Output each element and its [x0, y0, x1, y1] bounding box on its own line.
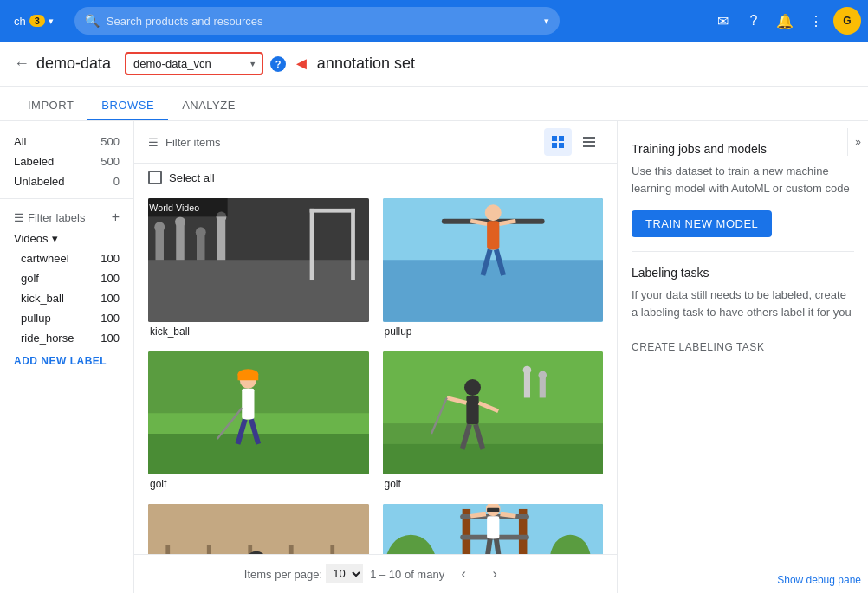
more-options-icon[interactable]: ⋮ — [802, 7, 830, 35]
grid-view-button[interactable] — [544, 128, 572, 156]
label-item-pullup[interactable]: pullup 100 — [0, 308, 133, 328]
svg-rect-9 — [155, 229, 164, 261]
item-label-2: pullup — [383, 326, 604, 338]
grid-item-3[interactable]: golf — [141, 345, 376, 498]
thumb-container-5 — [148, 504, 369, 554]
svg-rect-1 — [559, 136, 564, 141]
svg-rect-4 — [583, 137, 595, 139]
thumbnail-2 — [383, 198, 604, 322]
sidebar-item-all[interactable]: All 500 — [0, 132, 133, 151]
annotation-set-label: annotation set — [317, 55, 415, 73]
tab-browse[interactable]: BROWSE — [87, 92, 168, 120]
red-arrow-icon: ◄ — [293, 54, 310, 74]
search-bar[interactable]: 🔍 ▾ — [74, 7, 560, 35]
show-debug-link[interactable]: Show debug pane — [777, 574, 861, 586]
search-icon: 🔍 — [85, 14, 100, 28]
svg-line-80 — [500, 514, 515, 516]
items-per-page-label: Items per page: — [244, 568, 322, 581]
select-all-label[interactable]: Select all — [169, 171, 215, 184]
svg-point-14 — [196, 227, 206, 237]
svg-rect-18 — [351, 209, 355, 280]
label-name: cartwheel — [21, 252, 69, 265]
svg-rect-3 — [559, 143, 564, 148]
thumb-container-1: World Video — [148, 198, 369, 322]
thumb-container-6 — [383, 504, 604, 554]
label-count: 100 — [100, 252, 120, 265]
avatar[interactable]: G — [833, 7, 861, 35]
next-page-button[interactable]: › — [483, 562, 507, 586]
app-title: ch — [14, 15, 26, 28]
item-label-3: golf — [148, 478, 369, 490]
svg-rect-84 — [487, 508, 499, 512]
filter-labels-row[interactable]: ☰ Filter labels + — [0, 206, 133, 229]
tabs-bar: IMPORT BROWSE ANALYZE — [0, 87, 868, 121]
svg-rect-49 — [466, 396, 478, 424]
svg-rect-23 — [383, 260, 604, 321]
svg-rect-26 — [487, 221, 499, 249]
label-item-ride-horse[interactable]: ride_horse 100 — [0, 328, 133, 348]
label-count: 100 — [100, 272, 120, 285]
prev-page-button[interactable]: ‹ — [451, 562, 476, 586]
sidebar-item-labeled[interactable]: Labeled 500 — [0, 151, 133, 171]
label-item-golf[interactable]: golf 100 — [0, 268, 133, 288]
create-labeling-task-button[interactable]: CREATE LABELING TASK — [632, 334, 764, 360]
pagination: Items per page: 10 1 – 10 of many ‹ › — [134, 554, 617, 593]
list-view-button[interactable] — [575, 128, 603, 156]
videos-section[interactable]: Videos ▾ — [0, 229, 133, 248]
select-all-checkbox[interactable] — [148, 171, 162, 184]
grid-item-2[interactable]: pullup — [376, 191, 611, 345]
filter-button[interactable]: ☰ — [148, 136, 159, 149]
tab-analyze[interactable]: ANALYZE — [168, 92, 249, 120]
grid-item-6[interactable]: pullup — [376, 497, 611, 554]
grid-item-1[interactable]: World Video kick_ball — [141, 191, 376, 345]
label-item-kick-ball[interactable]: kick_ball 100 — [0, 288, 133, 308]
svg-point-47 — [538, 371, 547, 379]
all-label: All — [14, 135, 26, 148]
help-icon[interactable]: ? — [740, 7, 768, 35]
svg-rect-44 — [523, 371, 529, 397]
notifications-icon[interactable]: 🔔 — [771, 7, 799, 35]
sidebar-item-unlabeled[interactable]: Unlabeled 0 — [0, 171, 133, 191]
email-icon[interactable]: ✉ — [709, 7, 736, 35]
back-button[interactable]: ← — [14, 55, 29, 73]
annotation-set-selector[interactable]: demo-data_vcn — [125, 52, 263, 75]
nav-icons: ✉ ? 🔔 ⋮ G — [709, 7, 861, 35]
svg-rect-46 — [539, 377, 545, 397]
svg-rect-13 — [197, 235, 205, 261]
svg-rect-6 — [583, 145, 595, 147]
add-new-label-button[interactable]: ADD NEW LABEL — [0, 348, 133, 374]
annotation-help-icon[interactable]: ? — [270, 56, 286, 72]
svg-rect-58 — [165, 545, 170, 554]
annotation-set-select[interactable]: demo-data_vcn — [125, 52, 263, 75]
search-input[interactable] — [107, 15, 537, 28]
app-name[interactable]: ch 3 ▾ — [7, 15, 61, 28]
panel-toggle-button[interactable]: » — [847, 128, 868, 156]
sidebar: All 500 Labeled 500 Unlabeled 0 ☰ Filter… — [0, 121, 134, 593]
grid-item-5[interactable]: ride_horse — [141, 497, 376, 554]
thumb-container-2 — [383, 198, 604, 322]
labeling-title: Labeling tasks — [632, 266, 854, 280]
app-chevron[interactable]: ▾ — [49, 16, 54, 27]
thumbnail-1: World Video — [148, 198, 369, 322]
top-navigation: ch 3 ▾ 🔍 ▾ ✉ ? 🔔 ⋮ G — [0, 0, 868, 42]
grid-item-4[interactable]: golf — [376, 345, 611, 498]
svg-rect-62 — [330, 545, 334, 554]
svg-point-10 — [154, 222, 165, 232]
label-item-cartwheel[interactable]: cartwheel 100 — [0, 248, 133, 268]
videos-chevron: ▾ — [52, 232, 58, 245]
filter-items-text: Filter items — [165, 136, 537, 149]
search-chevron[interactable]: ▾ — [544, 16, 549, 27]
tab-import[interactable]: IMPORT — [14, 92, 87, 120]
labeling-text: If your data still needs to be labeled, … — [632, 287, 854, 320]
labeled-count: 500 — [100, 155, 120, 168]
svg-rect-40 — [237, 374, 258, 380]
main-layout: All 500 Labeled 500 Unlabeled 0 ☰ Filter… — [0, 121, 868, 593]
train-new-model-button[interactable]: TRAIN NEW MODEL — [632, 210, 772, 237]
all-count: 500 — [100, 135, 120, 148]
items-per-page: Items per page: 10 — [244, 564, 363, 583]
add-label-icon[interactable]: + — [112, 209, 120, 225]
items-per-page-select[interactable]: 10 — [326, 564, 363, 583]
thumb-container-4 — [383, 351, 604, 475]
content-area: ☰ Filter items — [134, 121, 617, 593]
label-count: 100 — [100, 292, 120, 305]
